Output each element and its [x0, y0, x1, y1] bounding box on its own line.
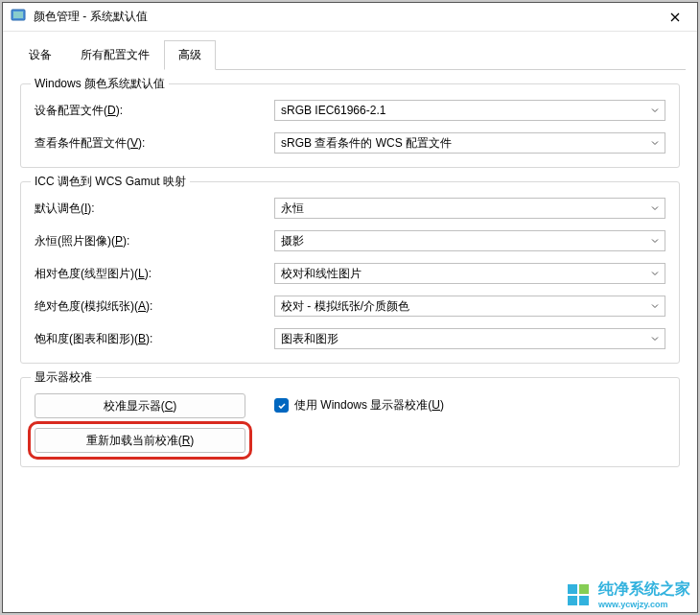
chevron-down-icon: [651, 136, 659, 150]
label-relative: 相对色度(线型图片)(L):: [35, 266, 274, 282]
row-absolute: 绝对色度(模拟纸张)(A): 校对 - 模拟纸张/介质颜色: [35, 296, 665, 317]
tab-advanced[interactable]: 高级: [164, 40, 216, 70]
row-permanent: 永恒(照片图像)(P): 摄影: [35, 230, 665, 251]
use-windows-calibration-label: 使用 Windows 显示器校准(U): [294, 397, 444, 414]
chevron-down-icon: [651, 234, 659, 248]
label-permanent: 永恒(照片图像)(P):: [35, 233, 274, 249]
titlebar: 颜色管理 - 系统默认值: [3, 3, 697, 32]
row-view-conditions: 查看条件配置文件(V): sRGB 查看条件的 WCS 配置文件: [35, 132, 665, 154]
app-icon: [11, 8, 26, 26]
content-area: 设备 所有配置文件 高级 Windows 颜色系统默认值 设备配置文件(D): …: [3, 32, 697, 498]
select-saturation-value: 图表和图形: [281, 331, 338, 347]
row-device-profile: 设备配置文件(D): sRGB IEC61966-2.1: [35, 100, 665, 121]
label-view-conditions: 查看条件配置文件(V):: [35, 135, 274, 152]
chevron-down-icon: [651, 299, 659, 313]
tab-panel-advanced: Windows 颜色系统默认值 设备配置文件(D): sRGB IEC61966…: [14, 70, 686, 486]
select-view-conditions-value: sRGB 查看条件的 WCS 配置文件: [281, 135, 452, 152]
select-device-profile-value: sRGB IEC61966-2.1: [281, 104, 385, 117]
select-absolute[interactable]: 校对 - 模拟纸张/介质颜色: [274, 296, 665, 317]
group-windows-defaults: Windows 颜色系统默认值 设备配置文件(D): sRGB IEC61966…: [20, 83, 680, 168]
chevron-down-icon: [651, 201, 659, 215]
tab-device[interactable]: 设备: [14, 40, 66, 70]
svg-rect-1: [13, 12, 23, 18]
window: 颜色管理 - 系统默认值 设备 所有配置文件 高级 Windows 颜色系统默认…: [2, 2, 698, 613]
select-absolute-value: 校对 - 模拟纸张/介质颜色: [281, 298, 409, 315]
select-default-intent[interactable]: 永恒: [274, 198, 665, 219]
row-saturation: 饱和度(图表和图形)(B): 图表和图形: [35, 328, 665, 349]
window-title: 颜色管理 - 系统默认值: [34, 9, 148, 25]
select-default-intent-value: 永恒: [281, 201, 304, 217]
label-absolute: 绝对色度(模拟纸张)(A):: [35, 298, 274, 315]
watermark-text: 纯净系统之家: [598, 580, 690, 600]
select-saturation[interactable]: 图表和图形: [274, 328, 665, 349]
group-display-calibration-legend: 显示器校准: [31, 369, 96, 386]
watermark: 纯净系统之家 www.ycwjzy.com: [568, 580, 690, 609]
row-default-intent: 默认调色(I): 永恒: [35, 198, 665, 219]
label-default-intent: 默认调色(I):: [35, 201, 274, 217]
watermark-url: www.ycwjzy.com: [598, 600, 690, 609]
label-saturation: 饱和度(图表和图形)(B):: [35, 331, 274, 347]
use-windows-calibration-checkbox[interactable]: [274, 398, 289, 413]
select-permanent[interactable]: 摄影: [274, 230, 665, 251]
reload-calibration-button[interactable]: 重新加载当前校准(R): [35, 428, 245, 453]
calibrate-display-button[interactable]: 校准显示器(C): [35, 393, 245, 418]
select-relative-value: 校对和线性图片: [281, 266, 362, 282]
select-permanent-value: 摄影: [281, 233, 304, 249]
row-relative: 相对色度(线型图片)(L): 校对和线性图片: [35, 263, 665, 284]
group-windows-defaults-legend: Windows 颜色系统默认值: [31, 76, 169, 92]
group-icc-gamut: ICC 调色到 WCS Gamut 映射 默认调色(I): 永恒 永恒(照片图像…: [20, 181, 680, 364]
select-view-conditions[interactable]: sRGB 查看条件的 WCS 配置文件: [274, 132, 665, 154]
group-display-calibration: 显示器校准 校准显示器(C) 重新加载当前校准(R) 使用 Windows 显示…: [20, 377, 680, 467]
select-relative[interactable]: 校对和线性图片: [274, 263, 665, 284]
tabs: 设备 所有配置文件 高级: [14, 39, 686, 70]
watermark-logo-icon: [568, 584, 593, 605]
chevron-down-icon: [651, 104, 659, 117]
label-device-profile: 设备配置文件(D):: [35, 103, 274, 119]
group-icc-gamut-legend: ICC 调色到 WCS Gamut 映射: [31, 174, 190, 190]
close-button[interactable]: [653, 3, 697, 32]
tab-profiles[interactable]: 所有配置文件: [66, 40, 164, 70]
select-device-profile[interactable]: sRGB IEC61966-2.1: [274, 100, 665, 121]
use-windows-calibration-row: 使用 Windows 显示器校准(U): [274, 397, 444, 414]
chevron-down-icon: [651, 332, 659, 345]
chevron-down-icon: [651, 267, 659, 280]
